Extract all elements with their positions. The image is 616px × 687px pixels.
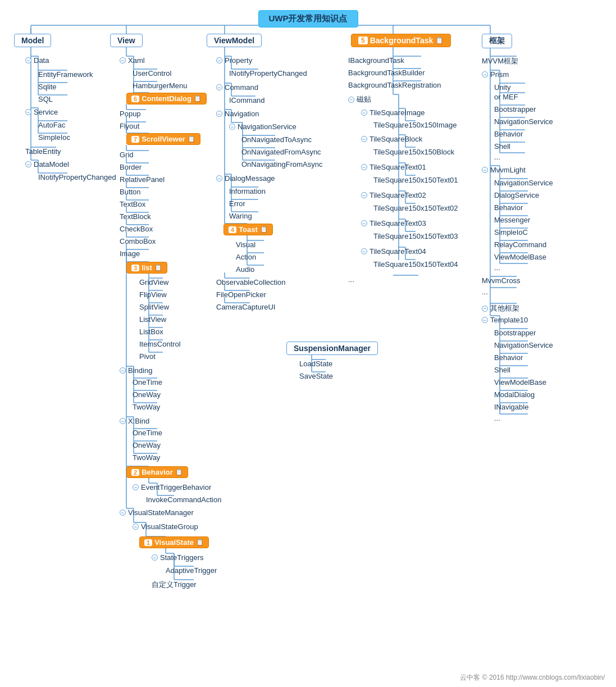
node-label-fw-template10: Template10 [490, 316, 528, 324]
node-label-view-xbind: X:Bind [128, 417, 149, 425]
node-label-vm-toast-visual: Visual [236, 240, 255, 249]
node-label-model-dataModel: DataModel [34, 160, 69, 169]
connector-circle: − [120, 57, 126, 63]
node-label-view-border: Border [120, 163, 142, 171]
tree-node-model-ef: EntityFramework [38, 70, 93, 79]
connector-circle: − [120, 367, 126, 374]
tree-node-view-textbox: TextBox [120, 200, 145, 208]
node-label-fw-t10-shell: Shell [494, 366, 510, 374]
node-label-bt-tilesquare150image: TileSquare150x150Image [373, 121, 457, 129]
tree-node-view-xbind: −X:Bind [120, 417, 149, 425]
node-label-fw-prism-mef: or MEF [494, 93, 518, 101]
node-label-model-sql: SQL [38, 95, 53, 103]
node-label-vm-toast: 4Toast📋 [223, 224, 273, 235]
tree-node-vm-fileopenpicker: FileOpenPicker [216, 290, 266, 299]
node-label-view-xbind-oneway: OneWay [133, 441, 161, 449]
node-label-bt-tilesquare150text03: TileSquare150x150Text03 [373, 232, 458, 240]
node-label-vm-navigation: Navigation [225, 110, 259, 118]
tree-node-fw-ml-dialogservice: DialogService [494, 191, 539, 199]
node-label-bt-tiles: 磁贴 [357, 94, 371, 104]
node-label-bt-tilesquare150text04: TileSquare150x150Text04 [373, 260, 458, 269]
node-label-view-eventtrigger: EventTriggerBehavior [141, 483, 211, 492]
connector-circle: − [348, 97, 354, 103]
tree-node-view-list: 3list📋 [126, 262, 167, 274]
node-label-fw-t10-navservice: NavigationService [494, 341, 553, 349]
tree-node-fw-ml-ellipsis: ... [494, 263, 500, 272]
tree-node-fw-prism-unity: Unity [494, 83, 511, 92]
node-label-bt-taskregistration: BackgroundTaskRegistration [348, 81, 441, 89]
connector-circle: − [361, 248, 367, 254]
node-label-view-relativepanel: RelativePanel [120, 175, 165, 184]
tree-node-viewmodel: ViewModel [207, 34, 262, 47]
tree-node-view-itemscontrol: ItemsControl [139, 340, 181, 348]
tree-node-vm-toast-action: Action [236, 253, 256, 261]
tree-node-fw-ml-simpleIoc: SimpleIoC [494, 228, 528, 236]
node-label-bt-tilesquaretext02: TileSquareText02 [369, 191, 426, 199]
node-label-fw-ml-messenger: Messenger [494, 216, 530, 224]
tree-node-bt-tilesquare150block: TileSquare150x150Block [373, 148, 454, 156]
node-label-fw-t10-behavior: Behavior [494, 353, 523, 362]
tree-node-fw-t10-shell: Shell [494, 366, 510, 374]
node-label-model-inotify: INotifyPropertyChanged [38, 173, 116, 181]
connector-circle: − [216, 84, 222, 90]
node-label-fw-t10-bootstrapper: Bootstrapper [494, 329, 536, 337]
tree-node-view-visualstatemanager: −VisualStateManager [120, 508, 194, 517]
node-label-view-grid: Grid [120, 151, 134, 159]
tree-node-vm-obscollection: ObservableCollection [216, 278, 286, 286]
tree-node-vm-icommand: ICommand [229, 96, 265, 104]
tree-node-fw-prism: −Prism [482, 70, 509, 79]
node-label-vm-icommand: ICommand [229, 96, 265, 104]
tree-node-vm-dialogmessage: −DialogMessage [216, 174, 275, 183]
tree-node-view-relativepanel: RelativePanel [120, 175, 165, 184]
node-label-view-textblock: TextBlock [120, 212, 151, 221]
node-label-bt-taskbuilder: BackgroundTaskBuilder [348, 69, 425, 77]
connector-circle: − [482, 167, 488, 173]
tree-node-fw-t10-vmbase: ViewModelBase [494, 378, 546, 386]
tree-node-fw-t10-bootstrapper: Bootstrapper [494, 329, 536, 337]
tree-node-fw-ml-navservice: NavigationService [494, 179, 553, 187]
node-label-view-contentdialog: 6ContentDialog📋 [126, 93, 207, 104]
node-label-view-binding-twoway: TwoWay [133, 403, 160, 411]
tree-node-view-eventtrigger: −EventTriggerBehavior [133, 483, 211, 492]
node-label-view-xbind-onetime: OneTime [133, 429, 162, 437]
node-label-view-behavior: 2Behavior📋 [126, 466, 188, 478]
connector-circle: − [133, 524, 139, 530]
node-label-vm-dialogmessage: DialogMessage [225, 174, 275, 183]
tree-node-fw-t10-navservice: NavigationService [494, 341, 553, 349]
node-label-fw-ml-vmbase: ViewModelBase [494, 253, 546, 261]
node-label-vm-error: Error [229, 199, 245, 208]
node-label-view-visualstatemanager: VisualStateManager [128, 508, 194, 517]
tree-node-vm-information: Information [229, 187, 266, 195]
tree-node-model-autofac: AutoFac [38, 121, 65, 129]
node-label-vm-inotify: INotifyPropertyChanged [229, 69, 307, 78]
node-label-view-listbox: ListBox [139, 327, 163, 336]
node-label-bt-tilesquare150text02: TileSquare150x150Text02 [373, 204, 458, 212]
tree-node-bt-tilesquare150text03: TileSquare150x150Text03 [373, 232, 458, 240]
tree-node-model-dataModel: −DataModel [25, 160, 69, 169]
connector-circle: − [25, 109, 31, 115]
node-label-fw-other: 其他框架 [490, 303, 519, 313]
connector-circle: − [152, 554, 158, 561]
tree-node-model-data: −Data [25, 56, 49, 65]
node-label-view-list: 3list📋 [126, 262, 167, 274]
node-label-model-autofac: AutoFac [38, 121, 65, 129]
node-label-fw-prism-behavior: Behavior [494, 130, 523, 138]
node-label-vm-command: Command [225, 83, 258, 92]
node-label-vm-property: Property [225, 56, 252, 65]
tree-node-view-gridview: GridView [139, 278, 169, 286]
node-label-model-service: Service [34, 108, 58, 116]
tree-node-view-usercontrol: UserControl [133, 69, 171, 78]
tree-node-view-flyout: Flyout [120, 122, 139, 130]
tree-node-fw-template10: −Template10 [482, 316, 528, 324]
tree-node-bt-tilesquaretext04: −TileSquareText04 [361, 247, 426, 256]
node-label-view-adaptivetrigger: AdaptiveTrigger [166, 566, 217, 575]
tree-node-fw-prism-mef: or MEF [494, 93, 518, 101]
tree-node-fw-ml-vmbase: ViewModelBase [494, 253, 546, 261]
node-label-bt-tilesquareimage: TileSquareImage [369, 108, 425, 117]
node-label-fw-ml-navservice: NavigationService [494, 179, 553, 187]
connector-circle: − [482, 306, 488, 312]
node-label-fw-prism-ellipsis: ... [494, 153, 500, 161]
node-label-vm-onnavigatedfrom: OnNavigatedFromAsync [241, 148, 321, 156]
node-label-view-visualstate: 1VisualState📋 [139, 536, 209, 548]
node-label-model: Model [14, 34, 51, 47]
